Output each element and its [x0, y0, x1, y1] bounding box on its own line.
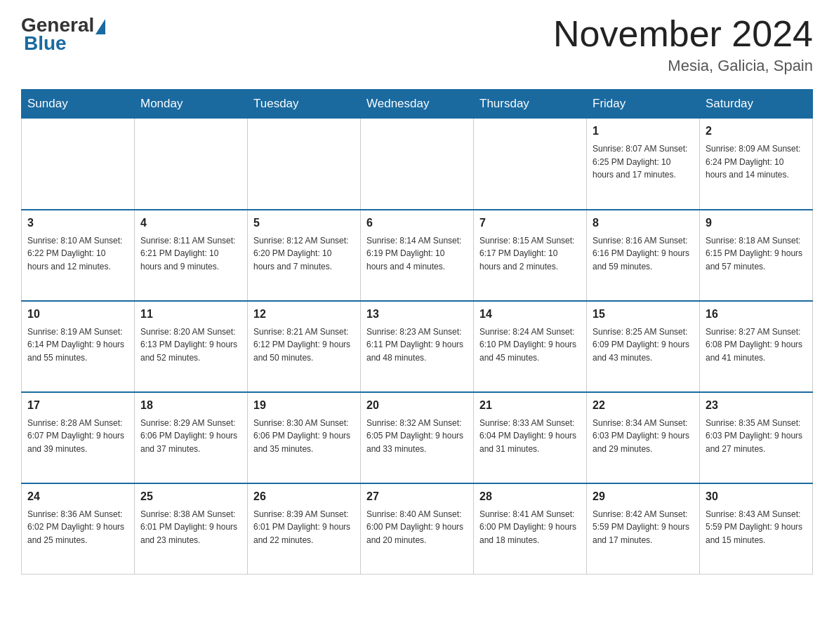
location-subtitle: Mesia, Galicia, Spain	[553, 57, 813, 75]
calendar-cell: 13Sunrise: 8:23 AM Sunset: 6:11 PM Dayli…	[361, 301, 474, 392]
calendar-cell: 3Sunrise: 8:10 AM Sunset: 6:22 PM Daylig…	[22, 210, 135, 301]
calendar-cell: 6Sunrise: 8:14 AM Sunset: 6:19 PM Daylig…	[361, 210, 474, 301]
day-number: 20	[366, 397, 468, 414]
day-info: Sunrise: 8:15 AM Sunset: 6:17 PM Dayligh…	[479, 234, 581, 274]
calendar-cell	[22, 119, 135, 210]
day-number: 10	[27, 306, 128, 323]
day-number: 2	[706, 123, 807, 140]
calendar-cell: 15Sunrise: 8:25 AM Sunset: 6:09 PM Dayli…	[587, 301, 700, 392]
day-number: 22	[593, 397, 694, 414]
weekday-header-saturday: Saturday	[700, 90, 813, 119]
calendar-row-4: 24Sunrise: 8:36 AM Sunset: 6:02 PM Dayli…	[22, 483, 813, 575]
calendar-cell: 1Sunrise: 8:07 AM Sunset: 6:25 PM Daylig…	[587, 119, 700, 210]
calendar-cell: 11Sunrise: 8:20 AM Sunset: 6:13 PM Dayli…	[135, 301, 248, 392]
calendar-cell: 27Sunrise: 8:40 AM Sunset: 6:00 PM Dayli…	[361, 483, 474, 575]
calendar-cell: 17Sunrise: 8:28 AM Sunset: 6:07 PM Dayli…	[22, 392, 135, 483]
day-number: 26	[253, 488, 355, 505]
day-number: 29	[593, 488, 694, 505]
day-number: 12	[253, 306, 355, 323]
logo-triangle-icon	[95, 19, 105, 34]
calendar-cell	[135, 119, 248, 210]
day-info: Sunrise: 8:29 AM Sunset: 6:06 PM Dayligh…	[140, 417, 241, 456]
calendar-cell: 5Sunrise: 8:12 AM Sunset: 6:20 PM Daylig…	[248, 210, 361, 301]
day-info: Sunrise: 8:12 AM Sunset: 6:20 PM Dayligh…	[253, 234, 355, 274]
day-number: 28	[479, 488, 581, 505]
calendar-cell: 16Sunrise: 8:27 AM Sunset: 6:08 PM Dayli…	[700, 301, 813, 392]
calendar-cell: 28Sunrise: 8:41 AM Sunset: 6:00 PM Dayli…	[474, 483, 587, 575]
day-info: Sunrise: 8:10 AM Sunset: 6:22 PM Dayligh…	[27, 234, 128, 274]
day-number: 21	[479, 397, 581, 414]
day-number: 19	[253, 397, 355, 414]
calendar-cell: 30Sunrise: 8:43 AM Sunset: 5:59 PM Dayli…	[700, 483, 813, 575]
day-number: 18	[140, 397, 241, 414]
title-section: November 2024 Mesia, Galicia, Spain	[553, 14, 813, 75]
day-number: 27	[366, 488, 468, 505]
day-info: Sunrise: 8:42 AM Sunset: 5:59 PM Dayligh…	[593, 508, 694, 547]
day-info: Sunrise: 8:28 AM Sunset: 6:07 PM Dayligh…	[27, 417, 128, 456]
calendar-cell	[248, 119, 361, 210]
day-number: 4	[140, 215, 241, 232]
day-info: Sunrise: 8:30 AM Sunset: 6:06 PM Dayligh…	[253, 417, 355, 456]
day-number: 23	[706, 397, 807, 414]
day-number: 25	[140, 488, 241, 505]
day-info: Sunrise: 8:33 AM Sunset: 6:04 PM Dayligh…	[479, 417, 581, 456]
calendar-row-0: 1Sunrise: 8:07 AM Sunset: 6:25 PM Daylig…	[22, 119, 813, 210]
calendar-row-2: 10Sunrise: 8:19 AM Sunset: 6:14 PM Dayli…	[22, 301, 813, 392]
calendar-cell: 12Sunrise: 8:21 AM Sunset: 6:12 PM Dayli…	[248, 301, 361, 392]
calendar-table: SundayMondayTuesdayWednesdayThursdayFrid…	[21, 89, 813, 575]
calendar-cell: 7Sunrise: 8:15 AM Sunset: 6:17 PM Daylig…	[474, 210, 587, 301]
day-info: Sunrise: 8:20 AM Sunset: 6:13 PM Dayligh…	[140, 326, 241, 365]
day-number: 1	[593, 123, 694, 140]
calendar-cell	[361, 119, 474, 210]
day-info: Sunrise: 8:40 AM Sunset: 6:00 PM Dayligh…	[366, 508, 468, 547]
calendar-cell	[474, 119, 587, 210]
day-info: Sunrise: 8:11 AM Sunset: 6:21 PM Dayligh…	[140, 234, 241, 274]
weekday-header-row: SundayMondayTuesdayWednesdayThursdayFrid…	[22, 90, 813, 119]
calendar-header: SundayMondayTuesdayWednesdayThursdayFrid…	[22, 90, 813, 119]
weekday-header-sunday: Sunday	[22, 90, 135, 119]
calendar-cell: 20Sunrise: 8:32 AM Sunset: 6:05 PM Dayli…	[361, 392, 474, 483]
day-number: 5	[253, 215, 355, 232]
calendar-cell: 19Sunrise: 8:30 AM Sunset: 6:06 PM Dayli…	[248, 392, 361, 483]
day-info: Sunrise: 8:21 AM Sunset: 6:12 PM Dayligh…	[253, 326, 355, 365]
day-number: 24	[27, 488, 128, 505]
day-number: 6	[366, 215, 468, 232]
day-info: Sunrise: 8:25 AM Sunset: 6:09 PM Dayligh…	[593, 326, 694, 365]
month-year-title: November 2024	[553, 14, 813, 54]
logo: General Blue	[21, 14, 105, 55]
day-number: 13	[366, 306, 468, 323]
calendar-cell: 10Sunrise: 8:19 AM Sunset: 6:14 PM Dayli…	[22, 301, 135, 392]
weekday-header-thursday: Thursday	[474, 90, 587, 119]
calendar-cell: 8Sunrise: 8:16 AM Sunset: 6:16 PM Daylig…	[587, 210, 700, 301]
calendar-row-3: 17Sunrise: 8:28 AM Sunset: 6:07 PM Dayli…	[22, 392, 813, 483]
day-info: Sunrise: 8:16 AM Sunset: 6:16 PM Dayligh…	[593, 234, 694, 274]
day-info: Sunrise: 8:41 AM Sunset: 6:00 PM Dayligh…	[479, 508, 581, 547]
day-info: Sunrise: 8:09 AM Sunset: 6:24 PM Dayligh…	[706, 142, 807, 182]
day-number: 11	[140, 306, 241, 323]
day-info: Sunrise: 8:24 AM Sunset: 6:10 PM Dayligh…	[479, 326, 581, 365]
day-info: Sunrise: 8:39 AM Sunset: 6:01 PM Dayligh…	[253, 508, 355, 547]
calendar-cell: 29Sunrise: 8:42 AM Sunset: 5:59 PM Dayli…	[587, 483, 700, 575]
calendar-cell: 24Sunrise: 8:36 AM Sunset: 6:02 PM Dayli…	[22, 483, 135, 575]
day-number: 7	[479, 215, 581, 232]
day-info: Sunrise: 8:35 AM Sunset: 6:03 PM Dayligh…	[706, 417, 807, 456]
day-info: Sunrise: 8:14 AM Sunset: 6:19 PM Dayligh…	[366, 234, 468, 274]
page-header: General Blue November 2024 Mesia, Galici…	[21, 14, 813, 75]
day-number: 14	[479, 306, 581, 323]
calendar-cell: 2Sunrise: 8:09 AM Sunset: 6:24 PM Daylig…	[700, 119, 813, 210]
calendar-cell: 4Sunrise: 8:11 AM Sunset: 6:21 PM Daylig…	[135, 210, 248, 301]
day-number: 16	[706, 306, 807, 323]
calendar-cell: 26Sunrise: 8:39 AM Sunset: 6:01 PM Dayli…	[248, 483, 361, 575]
day-info: Sunrise: 8:27 AM Sunset: 6:08 PM Dayligh…	[706, 326, 807, 365]
day-number: 8	[593, 215, 694, 232]
calendar-cell: 14Sunrise: 8:24 AM Sunset: 6:10 PM Dayli…	[474, 301, 587, 392]
day-info: Sunrise: 8:43 AM Sunset: 5:59 PM Dayligh…	[706, 508, 807, 547]
weekday-header-monday: Monday	[135, 90, 248, 119]
calendar-body: 1Sunrise: 8:07 AM Sunset: 6:25 PM Daylig…	[22, 119, 813, 575]
day-info: Sunrise: 8:34 AM Sunset: 6:03 PM Dayligh…	[593, 417, 694, 456]
day-number: 15	[593, 306, 694, 323]
logo-blue-text: Blue	[21, 32, 67, 55]
calendar-cell: 25Sunrise: 8:38 AM Sunset: 6:01 PM Dayli…	[135, 483, 248, 575]
calendar-cell: 9Sunrise: 8:18 AM Sunset: 6:15 PM Daylig…	[700, 210, 813, 301]
day-info: Sunrise: 8:36 AM Sunset: 6:02 PM Dayligh…	[27, 508, 128, 547]
